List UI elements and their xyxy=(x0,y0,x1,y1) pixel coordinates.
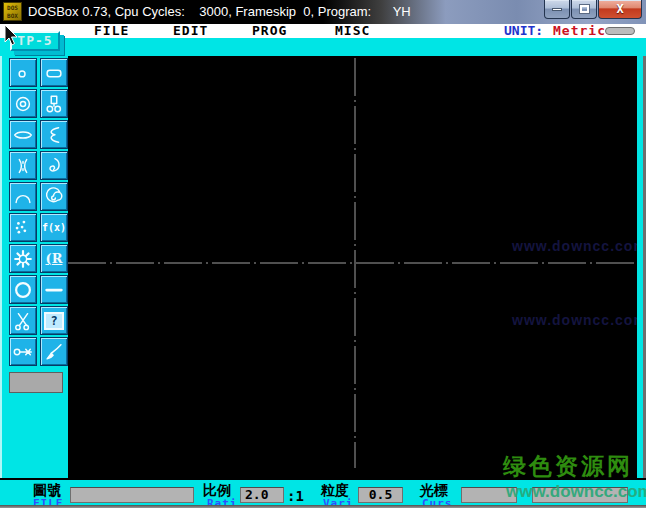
gear-tool-button[interactable] xyxy=(9,244,37,273)
points-tool-button[interactable] xyxy=(9,213,37,242)
dimension-tool-button[interactable] xyxy=(40,89,68,118)
arc-icon xyxy=(12,186,34,208)
unit-label: UNIT: xyxy=(504,24,543,38)
wave-icon xyxy=(43,155,65,177)
drawing-canvas[interactable]: www.downcc.com www.downcc.com xyxy=(68,56,637,478)
fx-icon: f(x) xyxy=(42,222,66,233)
watermark-site-name: 绿色资源网 xyxy=(503,451,633,482)
line-icon xyxy=(43,279,65,301)
dimension-icon xyxy=(43,93,65,115)
ellipse-icon xyxy=(12,124,34,146)
close-button[interactable]: X xyxy=(598,0,642,19)
brush-icon xyxy=(43,341,65,363)
scissors-icon xyxy=(12,310,34,332)
menu-prog[interactable]: PROG xyxy=(252,24,287,38)
scale-field[interactable]: 2.0 xyxy=(240,487,284,503)
grain-label-zh: 粒度 xyxy=(321,483,349,497)
scale-label-zh: 比例 xyxy=(203,483,231,497)
maximize-icon xyxy=(580,5,589,13)
watermark-site-url: www.downcc.com xyxy=(506,482,646,502)
maximize-button[interactable] xyxy=(571,0,597,19)
point-icon xyxy=(12,62,34,84)
menu-misc[interactable]: MISC xyxy=(335,24,370,38)
point-tool-button[interactable] xyxy=(9,58,37,87)
grain-field[interactable]: 0.5 xyxy=(358,487,403,503)
gear-icon xyxy=(12,248,34,270)
command-bar: 文 檔 編 輯 編 程 雜 項 S xyxy=(0,38,646,56)
unit-value[interactable]: Metric xyxy=(553,24,606,38)
window-title: DOSBox 0.73, Cpu Cycles: 3000, Frameskip… xyxy=(28,4,411,19)
spiral-tool-button[interactable] xyxy=(40,182,68,211)
key-tool-button[interactable] xyxy=(9,337,37,366)
drawing-no-field[interactable] xyxy=(70,487,194,503)
donut-icon xyxy=(12,93,34,115)
help-icon: ? xyxy=(44,312,63,330)
arc-tool-button[interactable] xyxy=(9,182,37,211)
tool-preview-box xyxy=(9,372,63,393)
faint-watermark-1: www.downcc.com xyxy=(512,238,646,254)
circle-icon xyxy=(12,279,34,301)
minimize-icon xyxy=(552,8,562,11)
trim-tool-button[interactable] xyxy=(9,151,37,180)
function-tool-button[interactable]: f(x) xyxy=(40,213,68,242)
crosshair-lines xyxy=(68,56,637,478)
scale-suffix: :1 xyxy=(287,488,304,504)
radius-icon: (R xyxy=(46,251,63,266)
cursor-label-zh: 光標 xyxy=(420,483,448,497)
mouse-cursor-icon xyxy=(4,25,20,47)
line-tool-button[interactable] xyxy=(40,275,68,304)
slot-icon xyxy=(43,62,65,84)
slot-tool-button[interactable] xyxy=(40,58,68,87)
dosbox-window: { "window": { "icon_text_top": "DOS", "i… xyxy=(0,0,646,508)
menu-bar: FILE EDIT PROG MISC UNIT: Metric xyxy=(0,24,646,38)
title-bar[interactable]: DOS BOX DOSBox 0.73, Cpu Cycles: 3000, F… xyxy=(0,0,646,24)
drawing-no-label-zh: 圖號 xyxy=(33,483,61,497)
circle-tool-button[interactable] xyxy=(9,275,37,304)
key-icon xyxy=(12,341,34,363)
menu-file[interactable]: FILE xyxy=(94,24,129,38)
scissors-tool-button[interactable] xyxy=(9,306,37,335)
points-icon xyxy=(12,217,34,239)
help-tool-button[interactable]: ? xyxy=(40,306,68,335)
minimize-button[interactable] xyxy=(544,0,570,19)
tool-palette: f(x) (R ? xyxy=(0,56,68,478)
radius-tool-button[interactable]: (R xyxy=(40,244,68,273)
tool-grid: f(x) (R ? xyxy=(9,58,68,366)
unit-indicator[interactable] xyxy=(605,27,635,35)
brush-tool-button[interactable] xyxy=(40,337,68,366)
window-controls: X xyxy=(544,0,642,19)
dosbox-icon: DOS BOX xyxy=(3,2,22,21)
trim-icon xyxy=(12,155,34,177)
menu-edit[interactable]: EDIT xyxy=(173,24,208,38)
curve-tool-button[interactable] xyxy=(40,120,68,149)
curve-icon xyxy=(43,124,65,146)
wave-tool-button[interactable] xyxy=(40,151,68,180)
close-icon: X xyxy=(616,2,623,16)
donut-tool-button[interactable] xyxy=(9,89,37,118)
ellipse-tool-button[interactable] xyxy=(9,120,37,149)
faint-watermark-2: www.downcc.com xyxy=(512,312,646,328)
spiral-icon xyxy=(43,186,65,208)
